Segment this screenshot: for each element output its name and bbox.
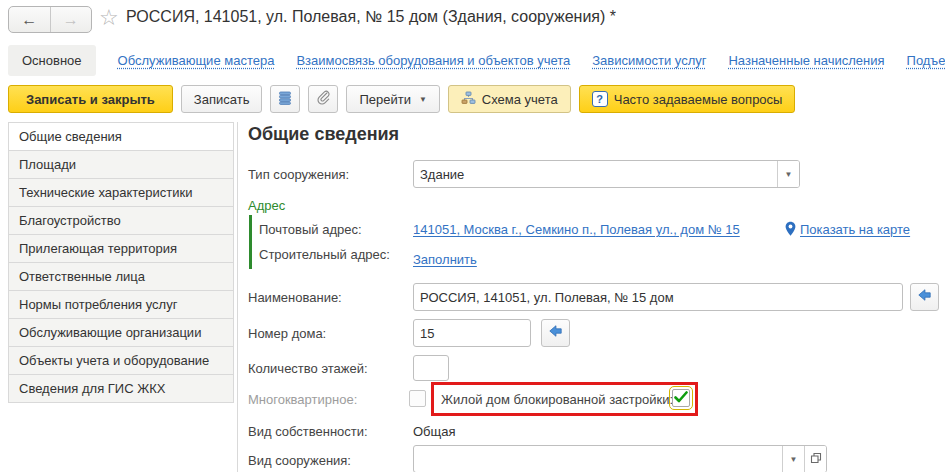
postal-address-link[interactable]: 141051, Москва г., Семкино п., Полевая у… <box>413 222 740 237</box>
checkmark-icon <box>674 389 688 407</box>
floors-count-input[interactable] <box>414 356 449 380</box>
building-card-window: ← → ☆ РОССИЯ, 141051, ул. Полевая, № 15 … <box>0 0 945 472</box>
show-on-map-link[interactable]: Показать на карте <box>800 222 910 237</box>
structure-kind-open-button[interactable] <box>804 446 826 472</box>
tab-assigned-accruals[interactable]: Назначенные начисления <box>728 53 884 68</box>
postal-address-label: Почтовый адрес: <box>259 222 362 237</box>
structure-kind-combobox[interactable]: ▼ <box>413 445 827 472</box>
faq-button[interactable]: ? Часто задаваемые вопросы <box>579 85 796 113</box>
structure-kind-label: Вид сооружения: <box>248 453 351 468</box>
fill-construction-address-link[interactable]: Заполнить <box>413 252 477 267</box>
multi-apartment-label: Многоквартирное: <box>248 392 357 407</box>
back-arrow-icon[interactable]: ← <box>9 7 51 32</box>
fill-arrow-icon <box>917 288 932 306</box>
sidebar-item-tech-characteristics[interactable]: Технические характеристики <box>8 178 234 207</box>
structure-kind-dropdown-caret-icon[interactable]: ▼ <box>782 446 804 472</box>
ownership-type-value: Общая <box>413 424 456 439</box>
question-icon: ? <box>592 91 608 107</box>
construction-address-label: Строительный адрес: <box>259 247 390 262</box>
save-and-close-button[interactable]: Записать и закрыть <box>8 85 173 113</box>
blocked-building-label: Жилой дом блокированной застройки: <box>441 392 673 407</box>
name-label: Наименование: <box>248 290 342 305</box>
blocked-building-checkbox[interactable] <box>672 389 690 407</box>
name-field[interactable] <box>413 283 903 311</box>
sidebar-divider <box>237 122 238 472</box>
accounting-scheme-button[interactable]: Схема учета <box>448 85 571 113</box>
name-input[interactable] <box>414 284 902 310</box>
floors-count-field[interactable] <box>413 355 449 381</box>
dropdown-caret-icon: ▼ <box>419 95 427 104</box>
sidebar-item-service-organizations[interactable]: Обслуживающие организации <box>8 318 234 347</box>
structure-kind-input[interactable] <box>414 446 782 472</box>
house-number-field[interactable] <box>413 319 531 347</box>
structure-report-icon <box>278 91 292 108</box>
tab-main[interactable]: Основное <box>8 45 96 76</box>
house-number-label: Номер дома: <box>248 326 326 341</box>
section-nav: Общие сведения Площади Технические харак… <box>8 122 234 403</box>
structure-report-button[interactable] <box>270 85 300 113</box>
org-chart-icon <box>461 91 476 108</box>
house-number-fill-button[interactable] <box>541 319 570 347</box>
form-heading: Общие сведения <box>248 124 399 145</box>
structure-type-combobox[interactable]: ▼ <box>413 160 800 188</box>
floors-count-label: Количество этажей: <box>248 361 368 376</box>
open-icon <box>810 452 822 466</box>
structure-type-dropdown-caret-icon[interactable]: ▼ <box>777 161 799 187</box>
sidebar-item-accounting-objects[interactable]: Объекты учета и оборудование <box>8 346 234 375</box>
multi-apartment-checkbox[interactable] <box>409 390 426 407</box>
ownership-type-label: Вид собственности: <box>248 424 368 439</box>
sidebar-item-improvement[interactable]: Благоустройство <box>8 206 234 235</box>
address-section-title: Адрес <box>248 198 285 213</box>
save-button[interactable]: Записать <box>181 85 263 113</box>
tab-entrances[interactable]: Подъезды <box>907 53 945 68</box>
house-number-input[interactable] <box>414 320 531 346</box>
history-nav-group: ← → <box>8 6 92 33</box>
name-fill-from-address-button[interactable] <box>910 283 939 311</box>
paperclip-icon <box>316 90 331 108</box>
tab-bar: Основное Обслуживающие мастера Взаимосвя… <box>8 44 945 76</box>
sidebar-item-areas[interactable]: Площади <box>8 150 234 179</box>
sidebar-item-responsible-persons[interactable]: Ответственные лица <box>8 262 234 291</box>
structure-type-input[interactable] <box>414 161 777 187</box>
sidebar-item-adjacent-territory[interactable]: Прилегающая территория <box>8 234 234 263</box>
sidebar-item-general[interactable]: Общие сведения <box>8 122 234 151</box>
sidebar-item-consumption-norms[interactable]: Нормы потребления услуг <box>8 290 234 319</box>
favorite-star-icon[interactable]: ☆ <box>99 5 119 31</box>
tab-service-dependencies[interactable]: Зависимости услуг <box>592 53 706 68</box>
forward-arrow-icon[interactable]: → <box>51 7 92 32</box>
structure-type-label: Тип сооружения: <box>248 167 349 182</box>
tab-service-masters[interactable]: Обслуживающие мастера <box>118 53 275 68</box>
fill-arrow-icon <box>548 324 563 342</box>
faq-label: Часто задаваемые вопросы <box>614 92 783 107</box>
address-section-bar <box>249 215 252 269</box>
accounting-scheme-label: Схема учета <box>482 92 558 107</box>
goto-dropdown-button[interactable]: Перейти ▼ <box>346 85 439 113</box>
page-title: РОССИЯ, 141051, ул. Полевая, № 15 дом (З… <box>126 8 616 26</box>
sidebar-item-gis-zhkh[interactable]: Сведения для ГИС ЖКХ <box>8 374 234 403</box>
attachments-button[interactable] <box>308 85 338 113</box>
toolbar: Записать и закрыть Записать Перейти ▼ <box>8 85 795 113</box>
map-pin-icon <box>784 221 797 241</box>
goto-label: Перейти <box>359 92 411 107</box>
tab-equipment-relations[interactable]: Взаимосвязь оборудования и объектов учет… <box>296 53 570 68</box>
